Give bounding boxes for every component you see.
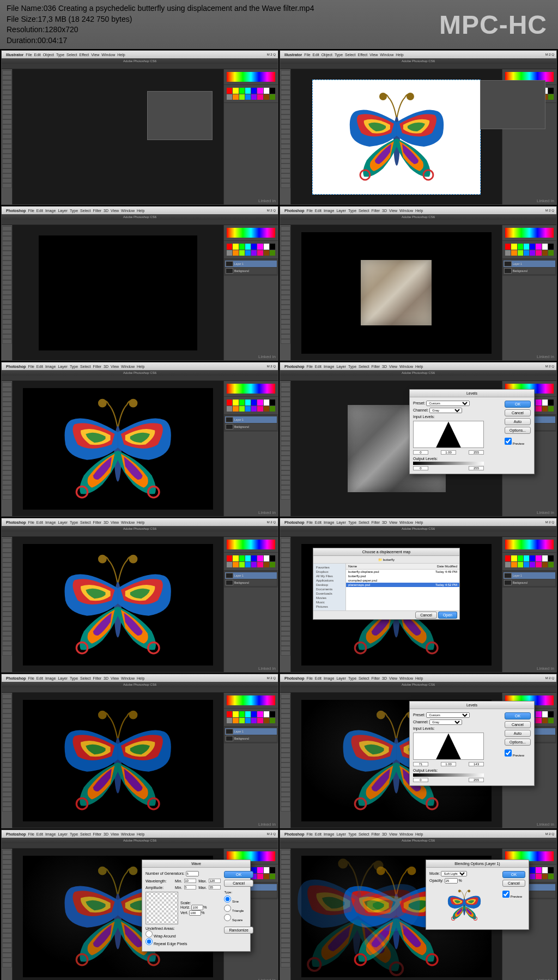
tool-slot[interactable]: [281, 168, 290, 173]
swatch[interactable]: [251, 711, 257, 717]
tool-slot[interactable]: [281, 558, 290, 562]
menu-layer[interactable]: Layer: [58, 676, 68, 680]
menu-filter[interactable]: Filter: [93, 832, 102, 836]
menu-edit[interactable]: Edit: [37, 832, 43, 836]
tool-slot[interactable]: [281, 758, 290, 763]
menu-edit[interactable]: Edit: [37, 209, 43, 213]
input-black[interactable]: [413, 762, 428, 766]
app-name[interactable]: Illustrator: [6, 53, 23, 57]
tab-bar[interactable]: [2, 531, 278, 537]
tool-slot[interactable]: [2, 914, 12, 918]
menu-filter[interactable]: Filter: [372, 832, 380, 836]
swatch[interactable]: [536, 406, 541, 412]
tool-slot[interactable]: [2, 646, 12, 651]
tool-slot[interactable]: [281, 787, 290, 792]
menu-window[interactable]: Window: [399, 521, 413, 524]
tool-slot[interactable]: [2, 129, 12, 134]
tool-slot[interactable]: [2, 602, 12, 607]
swatch[interactable]: [257, 718, 263, 723]
menu-layer[interactable]: Layer: [336, 676, 346, 680]
menu-type[interactable]: Type: [70, 209, 78, 213]
cancel-button[interactable]: Cancel: [505, 409, 531, 416]
output-black[interactable]: [413, 778, 428, 782]
layer-row[interactable]: Background: [225, 579, 277, 586]
output-black[interactable]: [413, 466, 428, 470]
swatch[interactable]: [270, 874, 275, 879]
tool-slot[interactable]: [281, 397, 290, 402]
type-triangle[interactable]: Triangle: [224, 905, 253, 912]
tool-slot[interactable]: [2, 860, 12, 864]
tool-slot[interactable]: [281, 285, 290, 290]
swatch[interactable]: [536, 874, 541, 879]
swatch[interactable]: [251, 562, 257, 567]
tool-slot[interactable]: [281, 139, 290, 144]
tool-slot[interactable]: [2, 80, 12, 85]
menu-3d[interactable]: 3D: [104, 209, 108, 213]
wavelength-max[interactable]: [209, 879, 221, 883]
tool-slot[interactable]: [2, 173, 12, 178]
preview-checkbox[interactable]: [505, 438, 512, 445]
tool-slot[interactable]: [2, 753, 12, 758]
canvas[interactable]: Blending Options (Layer 1) Mode: Soft Li…: [291, 849, 502, 980]
swatch[interactable]: [264, 406, 269, 412]
tool-slot[interactable]: [281, 495, 290, 500]
menu-select[interactable]: Select: [359, 521, 369, 524]
swatch[interactable]: [511, 562, 517, 567]
menu-type[interactable]: Type: [70, 521, 78, 524]
menu-select[interactable]: Select: [359, 365, 369, 368]
canvas[interactable]: [13, 537, 223, 672]
tool-slot[interactable]: [281, 709, 290, 713]
tool-slot[interactable]: [2, 85, 12, 90]
layer-row[interactable]: Background: [504, 268, 555, 274]
menu-window[interactable]: Window: [101, 53, 115, 57]
swatch[interactable]: [536, 400, 541, 405]
tool-slot[interactable]: [281, 226, 290, 231]
open-button[interactable]: Open: [438, 612, 457, 619]
menu-type[interactable]: Type: [70, 676, 78, 680]
tool-slot[interactable]: [2, 470, 12, 475]
menu-help[interactable]: Help: [415, 521, 423, 524]
mode-select[interactable]: Soft Light: [441, 871, 467, 876]
tool-slot[interactable]: [2, 124, 12, 129]
tool-slot[interactable]: [281, 792, 290, 797]
tool-slot[interactable]: [281, 641, 290, 646]
tool-slot[interactable]: [2, 864, 12, 869]
menu-filter[interactable]: Filter: [372, 209, 380, 213]
tool-slot[interactable]: [2, 889, 12, 894]
menu-window[interactable]: Window: [380, 53, 393, 57]
swatch[interactable]: [239, 555, 245, 561]
tool-slot[interactable]: [2, 743, 12, 748]
swatch[interactable]: [264, 867, 269, 873]
file-row[interactable]: butterfly-displace.psdToday 4:49 PM: [346, 570, 459, 574]
menu-window[interactable]: Window: [399, 209, 413, 213]
menu-view[interactable]: View: [389, 521, 397, 524]
menu-layer[interactable]: Layer: [58, 832, 68, 836]
tool-slot[interactable]: [281, 612, 290, 616]
menu-image[interactable]: Image: [324, 209, 334, 213]
tool-slot[interactable]: [2, 626, 12, 631]
swatch[interactable]: [257, 555, 263, 561]
swatch[interactable]: [239, 94, 245, 100]
swatch[interactable]: [548, 555, 554, 561]
output-slider[interactable]: [413, 462, 484, 465]
menu-view[interactable]: View: [111, 832, 119, 836]
tool-slot[interactable]: [281, 456, 290, 461]
tab-bar[interactable]: [2, 687, 278, 693]
swatch[interactable]: [233, 94, 238, 100]
swatch[interactable]: [264, 718, 269, 723]
swatch[interactable]: [505, 562, 511, 567]
tab-bar[interactable]: [280, 220, 556, 225]
tool-slot[interactable]: [2, 592, 12, 597]
input-black[interactable]: [413, 450, 428, 455]
tool-slot[interactable]: [281, 290, 290, 295]
tool-slot[interactable]: [281, 651, 290, 656]
swatch[interactable]: [257, 400, 263, 405]
swatch[interactable]: [264, 562, 269, 567]
tool-slot[interactable]: [281, 339, 290, 344]
tool-slot[interactable]: [281, 485, 290, 490]
tool-slot[interactable]: [2, 70, 12, 75]
tool-slot[interactable]: [2, 310, 12, 314]
swatch[interactable]: [548, 718, 554, 723]
tool-slot[interactable]: [2, 587, 12, 592]
tool-slot[interactable]: [281, 436, 290, 441]
